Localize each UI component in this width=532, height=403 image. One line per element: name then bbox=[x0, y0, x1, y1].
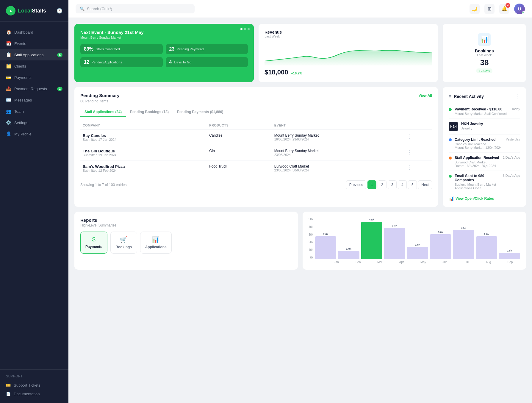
sidebar-item-dashboard[interactable]: 🏠 Dashboard bbox=[0, 26, 68, 38]
x-label: May bbox=[413, 260, 433, 264]
sidebar-support: Support 🎫Support Tickets📄Documentation bbox=[0, 369, 68, 403]
stat-pending-applications: 12 Pending Applications bbox=[80, 57, 163, 67]
view-rates-button[interactable]: 📊 View Open/Click Rates bbox=[449, 196, 520, 201]
stalls-confirmed-num: 89% bbox=[84, 46, 93, 52]
activity-detail-text: Burwood Craft MarketDates: 13/4/2024, 20… bbox=[455, 160, 500, 168]
bars-container: 2.8k 1.0k 4.5k 3.8k 1.5k 3.0k 3.5k bbox=[315, 218, 520, 259]
support-label: Support bbox=[6, 374, 62, 378]
bar-group: 1.0k bbox=[338, 247, 359, 259]
bar-value: 2.8k bbox=[484, 233, 489, 236]
actions-cell[interactable]: ⋮ bbox=[405, 145, 432, 161]
bookings-number: 38 bbox=[480, 58, 489, 67]
activity-main-text: Category Limit Reached bbox=[455, 138, 503, 142]
activity-content: Email Sent to 980 Companies Subject: Mou… bbox=[455, 174, 500, 190]
bar-group: 2.8k bbox=[315, 233, 336, 259]
nav-label: Dashboard bbox=[14, 30, 33, 35]
sidebar-item-team[interactable]: 👥 Team bbox=[0, 106, 68, 117]
report-tab-bookings[interactable]: 🛒 Bookings bbox=[110, 232, 137, 254]
row-menu-dots[interactable]: ⋮ bbox=[407, 149, 412, 155]
tab-pending-bookings[interactable]: Pending Bookings (18) bbox=[126, 107, 173, 117]
bar-rect bbox=[499, 253, 520, 259]
nav-icon: 📋 bbox=[6, 52, 11, 57]
x-label: Jun bbox=[435, 260, 455, 264]
rates-icon: 📊 bbox=[449, 196, 454, 201]
activity-content: Payment Received - $110.00 Mount Berry M… bbox=[455, 107, 508, 115]
activity-item: H&H H&H Jewelry Jewelry bbox=[449, 119, 520, 135]
actions-cell[interactable]: ⋮ bbox=[405, 130, 432, 145]
activity-time: Today bbox=[511, 107, 520, 111]
nav-icon: ✉️ bbox=[6, 97, 11, 103]
page-5-button[interactable]: 5 bbox=[408, 180, 417, 189]
y-label: 10k bbox=[309, 248, 313, 252]
nav-label: My Profile bbox=[14, 132, 32, 136]
more-options-icon[interactable]: ⋮ bbox=[514, 93, 520, 100]
sidebar-nav: 🏠 Dashboard 📅 Events 📋 Stall Application… bbox=[0, 22, 68, 369]
notifications-button[interactable]: 🔔 4 bbox=[499, 4, 509, 14]
activity-header: ≡ Recent Activity ⋮ bbox=[449, 93, 520, 100]
nav-icon: 📅 bbox=[6, 41, 11, 46]
bar-rect bbox=[384, 228, 405, 259]
bar-rect bbox=[476, 236, 497, 259]
recent-activity-card: ≡ Recent Activity ⋮ Payment Received - $… bbox=[443, 87, 526, 207]
sidebar-item-stall-applications[interactable]: 📋 Stall Applications 5 bbox=[0, 49, 68, 60]
dot-2 bbox=[244, 28, 246, 30]
sidebar-item-messages[interactable]: ✉️ Messages bbox=[0, 94, 68, 106]
next-button[interactable]: Next bbox=[418, 180, 432, 189]
logo-text: LocalStalls bbox=[18, 8, 46, 14]
products-cell: Gin bbox=[207, 145, 272, 161]
grid-icon-button[interactable]: ⊞ bbox=[484, 4, 495, 14]
tab-stall-applications[interactable]: Stall Applications (34) bbox=[80, 107, 126, 117]
row-menu-dots[interactable]: ⋮ bbox=[407, 165, 412, 171]
revenue-card: Revenue Last Week bbox=[259, 24, 438, 82]
activity-time: 6 Day's Ago bbox=[503, 174, 520, 177]
dark-mode-toggle[interactable]: 🌙 bbox=[470, 4, 480, 14]
report-tab-applications[interactable]: 📊 Applications bbox=[140, 232, 172, 254]
col-products: Products bbox=[207, 121, 272, 130]
event-name: Mount Berry Sunday Market bbox=[274, 133, 402, 138]
activity-item: Stall Application Received Burwood Craft… bbox=[449, 153, 520, 171]
x-axis: JanFebMarAprMayJunJulAugSep bbox=[315, 260, 520, 264]
user-avatar[interactable]: U bbox=[514, 4, 525, 14]
topbar-icons: 🌙 ⊞ 🔔 4 U bbox=[470, 4, 525, 14]
pending-summary-card: Pending Summary View All 88 Pending Item… bbox=[74, 87, 438, 207]
sidebar-item-my-profile[interactable]: 👤 My Profile bbox=[0, 128, 68, 140]
logo[interactable]: ▲ LocalStalls 🕐 bbox=[0, 0, 68, 22]
table-row: The Gin Boutique Submitted 19 Jan 2024 G… bbox=[80, 145, 432, 161]
actions-cell[interactable]: ⋮ bbox=[405, 161, 432, 176]
support-icon: 📄 bbox=[6, 392, 11, 396]
pending-tabs: Stall Applications (34) Pending Bookings… bbox=[80, 107, 432, 117]
sidebar-item-payments[interactable]: 💳 Payments bbox=[0, 72, 68, 83]
prev-button[interactable]: Previous bbox=[346, 180, 367, 189]
sidebar-item-events[interactable]: 📅 Events bbox=[0, 38, 68, 49]
event-cell: Mount Berry Sunday Market 16/08/2024, 23… bbox=[272, 130, 405, 145]
sidebar-item-clients[interactable]: 🗂️ Clients bbox=[0, 60, 68, 72]
support-item-documentation[interactable]: 📄Documentation bbox=[6, 390, 62, 398]
company-name: Bay Candles bbox=[83, 133, 204, 138]
activity-detail-text: Candles limit reachedMount Berry Market … bbox=[455, 142, 503, 149]
submit-date: Submitted 12 Feb 2024 bbox=[83, 169, 204, 172]
bar-group: 1.5k bbox=[407, 243, 428, 259]
search-box[interactable]: 🔍 Search (Ctrl+/) bbox=[76, 4, 195, 13]
page-4-button[interactable]: 4 bbox=[398, 180, 407, 189]
x-label: Sep bbox=[500, 260, 520, 264]
event-stats: 89% Stalls Confirmed 23 Pending Payments… bbox=[80, 44, 248, 67]
bar-value: 3.0k bbox=[438, 231, 443, 234]
sidebar-item-payment-requests[interactable]: 📤 Payment Requests 3 bbox=[0, 83, 68, 94]
page-3-button[interactable]: 3 bbox=[388, 180, 397, 189]
support-item-support-tickets[interactable]: 🎫Support Tickets bbox=[6, 381, 62, 390]
report-tab-payments[interactable]: $ Payments bbox=[80, 232, 107, 254]
pending-apps-label: Pending Applications bbox=[92, 60, 122, 64]
x-label: Aug bbox=[478, 260, 498, 264]
stat-days-to-go: 4 Days To Go bbox=[166, 57, 248, 67]
row-menu-dots[interactable]: ⋮ bbox=[407, 134, 412, 140]
submit-date: Submitted 19 Jan 2024 bbox=[83, 153, 204, 157]
page-1-button[interactable]: 1 bbox=[367, 180, 376, 189]
activity-main-text: Email Sent to 980 Companies bbox=[455, 174, 500, 182]
page-2-button[interactable]: 2 bbox=[378, 180, 387, 189]
view-all-button[interactable]: View All bbox=[419, 93, 432, 98]
report-tabs: $ Payments 🛒 Bookings 📊 Applications bbox=[80, 232, 292, 254]
sidebar-item-settings[interactable]: ⚙️ Settings bbox=[0, 117, 68, 128]
tab-pending-payments[interactable]: Pending Payments ($1,880) bbox=[173, 107, 227, 117]
stat-pending-payments: 23 Pending Payments bbox=[166, 44, 248, 54]
nav-icon: 🏠 bbox=[6, 29, 11, 35]
